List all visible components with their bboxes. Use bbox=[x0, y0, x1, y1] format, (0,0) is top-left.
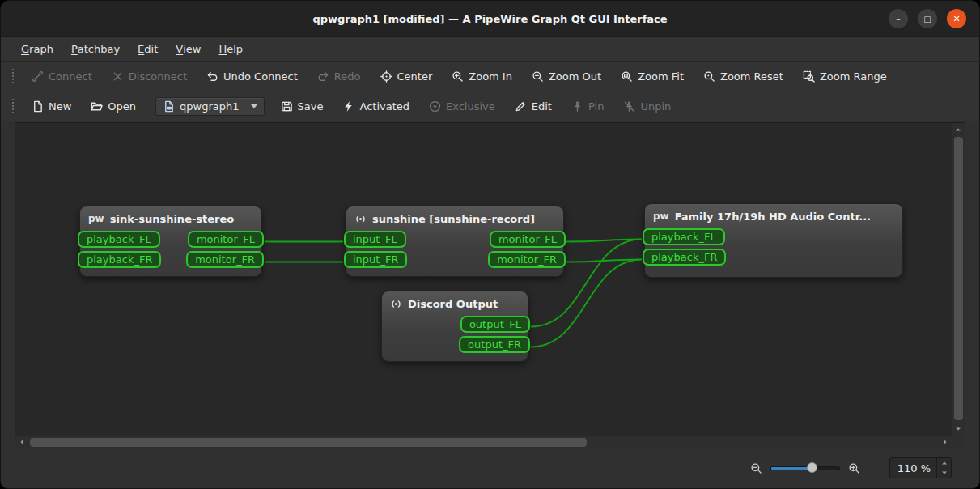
node-sink-sunshine-stereo[interactable]: pwsink-sunshine-stereoplayback_FLmonitor… bbox=[79, 206, 262, 277]
toolbar-label: Open bbox=[108, 100, 136, 113]
toolbar-button-save[interactable]: Save bbox=[273, 96, 332, 117]
minimize-button[interactable]: – bbox=[889, 9, 908, 28]
graph-canvas[interactable]: pwsink-sunshine-stereoplayback_FLmonitor… bbox=[15, 122, 952, 436]
menubar: GraphPatchbayEditViewHelp bbox=[1, 36, 979, 61]
redo-icon bbox=[317, 70, 329, 83]
zoom-range-icon bbox=[803, 70, 815, 83]
toolbar-button-open[interactable]: Open bbox=[83, 96, 144, 117]
zoom-in-small-icon[interactable] bbox=[848, 462, 860, 474]
toolbar-drag-handle[interactable] bbox=[11, 68, 15, 84]
toolbar-button-redo[interactable]: Redo bbox=[309, 66, 369, 87]
node-discord-output[interactable]: Discord Outputoutput_FLoutput_FR bbox=[381, 291, 528, 362]
scroll-left-button[interactable] bbox=[16, 436, 28, 448]
toolbar-label: Edit bbox=[532, 100, 552, 113]
toolbar-button-zoom-in[interactable]: Zoom In bbox=[443, 66, 520, 87]
patchbay-select[interactable]: qpwgraph1 bbox=[155, 97, 264, 116]
toolbar-button-center[interactable]: Center bbox=[372, 66, 441, 87]
toolbar-label: Disconnect bbox=[129, 70, 187, 83]
toolbar-label: Undo Connect bbox=[223, 70, 298, 83]
node-sunshine[interactable]: sunshine [sunshine-record]input_FLmonito… bbox=[346, 206, 564, 277]
spin-down-button[interactable] bbox=[937, 468, 951, 478]
port-monitor_FL[interactable]: monitor_FL bbox=[490, 231, 566, 248]
port-playback_FR[interactable]: playback_FR bbox=[643, 249, 726, 266]
port-monitor_FL[interactable]: monitor_FL bbox=[188, 231, 264, 248]
menu-graph[interactable]: Graph bbox=[12, 37, 62, 61]
zoom-slider-handle[interactable] bbox=[807, 462, 817, 473]
zoom-reset-icon bbox=[703, 70, 715, 83]
toolbar-button-activated[interactable]: Activated bbox=[334, 96, 418, 117]
disconnect-icon bbox=[112, 70, 124, 83]
toolbar-button-exclusive[interactable]: Exclusive bbox=[421, 96, 503, 117]
pipewire-icon: pw bbox=[653, 210, 669, 222]
toolbar-button-disconnect[interactable]: Disconnect bbox=[104, 66, 195, 87]
horizontal-scrollbar-thumb[interactable] bbox=[30, 438, 587, 447]
exclusive-icon bbox=[429, 100, 441, 113]
port-output_FR[interactable]: output_FR bbox=[459, 336, 530, 353]
port-spacer bbox=[382, 316, 388, 333]
canvas-wrap: pwsink-sunshine-stereoplayback_FLmonitor… bbox=[15, 122, 965, 449]
toolbar-label: Pin bbox=[588, 100, 604, 113]
scroll-down-button[interactable] bbox=[952, 423, 964, 435]
zoom-out-small-icon[interactable] bbox=[750, 462, 762, 474]
port-input_FR[interactable]: input_FR bbox=[344, 251, 407, 268]
port-playback_FR[interactable]: playback_FR bbox=[78, 251, 161, 268]
toolbar-button-edit[interactable]: Edit bbox=[507, 96, 560, 117]
port-playback_FL[interactable]: playback_FL bbox=[643, 228, 725, 245]
node-title: Discord Output bbox=[382, 291, 528, 316]
new-icon bbox=[32, 100, 44, 113]
zoom-out-icon bbox=[532, 70, 544, 83]
menu-edit[interactable]: Edit bbox=[129, 37, 167, 61]
spin-up-button[interactable] bbox=[937, 458, 951, 468]
toolbar-button-zoom-out[interactable]: Zoom Out bbox=[524, 66, 609, 87]
horizontal-scrollbar[interactable] bbox=[15, 436, 952, 449]
toolbar-graph-tools: ConnectDisconnectUndo ConnectRedoCenterZ… bbox=[1, 61, 979, 91]
toolbar-label: New bbox=[49, 100, 71, 113]
toolbar-label: Redo bbox=[334, 70, 361, 83]
toolbar-button-zoom-reset[interactable]: Zoom Reset bbox=[695, 66, 791, 87]
connections-svg bbox=[15, 123, 952, 436]
center-icon bbox=[380, 70, 392, 83]
port-output_FL[interactable]: output_FL bbox=[460, 316, 530, 333]
vertical-scrollbar-thumb[interactable] bbox=[954, 137, 963, 420]
toolbar-button-zoom-fit[interactable]: Zoom Fit bbox=[613, 66, 692, 87]
toolbar-button-connect[interactable]: Connect bbox=[23, 66, 100, 87]
toolbar-label: Center bbox=[397, 70, 433, 83]
port-spacer bbox=[896, 228, 902, 245]
toolbar-button-unpin[interactable]: Unpin bbox=[615, 96, 679, 117]
close-button[interactable]: ✕ bbox=[947, 9, 966, 28]
zoom-spinbox[interactable]: 110 % bbox=[889, 457, 952, 478]
menu-view[interactable]: View bbox=[167, 37, 210, 61]
activated-icon bbox=[342, 100, 354, 113]
port-playback_FL[interactable]: playback_FL bbox=[78, 231, 160, 248]
scroll-up-button[interactable] bbox=[952, 124, 964, 135]
scroll-right-button[interactable] bbox=[940, 436, 951, 448]
vertical-scrollbar[interactable] bbox=[952, 122, 965, 436]
node-family-audio[interactable]: pwFamily 17h/19h HD Audio Contr...playba… bbox=[644, 203, 903, 278]
save-icon bbox=[281, 100, 293, 113]
zoom-slider-track[interactable] bbox=[770, 466, 840, 470]
maximize-button[interactable]: □ bbox=[918, 9, 937, 28]
zoom-slider-fill bbox=[771, 467, 812, 470]
port-spacer bbox=[382, 336, 388, 353]
toolbar-drag-handle[interactable] bbox=[11, 98, 15, 114]
titlebar[interactable]: qpwgraph1 [modified] — A PipeWire Graph … bbox=[1, 1, 979, 36]
port-monitor_FR[interactable]: monitor_FR bbox=[488, 251, 566, 268]
toolbar-label: Zoom Range bbox=[820, 70, 887, 83]
window-controls: –□✕ bbox=[889, 1, 966, 36]
toolbar-button-undo-connect[interactable]: Undo Connect bbox=[198, 66, 306, 87]
toolbars: ConnectDisconnectUndo ConnectRedoCenterZ… bbox=[1, 61, 979, 121]
toolbar-button-new[interactable]: New bbox=[23, 96, 79, 117]
toolbar-button-pin[interactable]: Pin bbox=[563, 96, 612, 117]
toolbar-button-zoom-range[interactable]: Zoom Range bbox=[795, 66, 895, 87]
toolbar-label: Save bbox=[298, 100, 324, 113]
pipewire-icon: pw bbox=[88, 213, 104, 224]
statusbar: 110 % bbox=[1, 451, 979, 488]
menu-help[interactable]: Help bbox=[210, 37, 252, 61]
toolbar-label: Zoom Reset bbox=[720, 70, 783, 83]
port-monitor_FR[interactable]: monitor_FR bbox=[186, 251, 264, 268]
toolbar-label: Zoom Fit bbox=[638, 70, 684, 83]
patchbay-file-icon bbox=[163, 100, 175, 113]
menu-patchbay[interactable]: Patchbay bbox=[62, 37, 129, 61]
zoom-slider[interactable] bbox=[770, 461, 840, 475]
port-input_FL[interactable]: input_FL bbox=[344, 231, 406, 248]
